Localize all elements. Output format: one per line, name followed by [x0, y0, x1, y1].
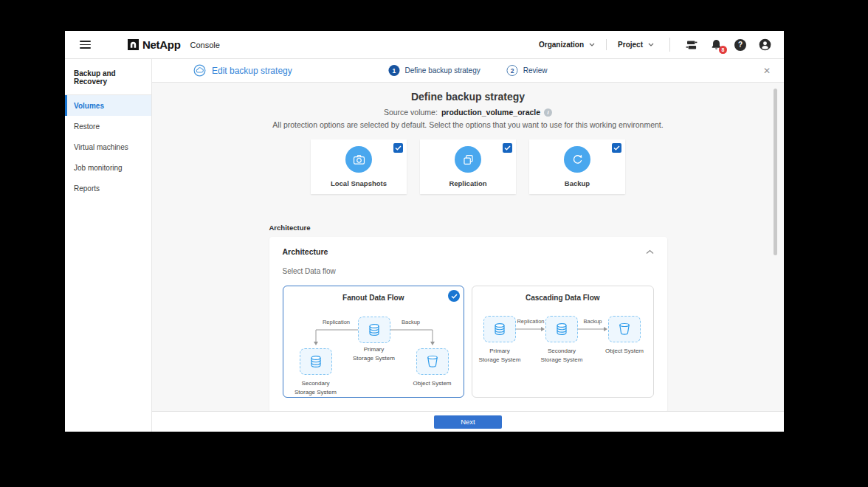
select-data-flow-label: Select Data flow [283, 267, 654, 275]
top-header: NetApp Console Organization Project [65, 31, 784, 59]
main-area: Edit backup strategy 1 Define backup str… [152, 59, 784, 432]
page-title: Define backup strategy [411, 91, 525, 103]
notification-badge: 8 [719, 46, 727, 54]
netapp-console-window: NetApp Console Organization Project [65, 31, 784, 432]
step-number: 1 [388, 65, 399, 76]
wizard-title-group: Edit backup strategy [152, 64, 292, 77]
sidebar: Backup and Recovery Volumes Restore Virt… [65, 59, 152, 432]
refresh-icon [564, 146, 590, 173]
sidebar-item-label: Restore [74, 122, 100, 131]
netapp-logo-mark [128, 39, 139, 50]
backup-cloud-icon [193, 64, 206, 77]
option-label: Local Snapshots [331, 179, 387, 187]
wizard-footer: Next [152, 411, 784, 432]
close-icon[interactable]: ✕ [763, 66, 771, 76]
architecture-section: Architecture Architecture Select Data fl… [269, 224, 667, 411]
sidebar-item-label: Volumes [74, 102, 104, 110]
option-label: Backup [565, 179, 590, 187]
copy-icon [455, 146, 481, 173]
protection-options: Local Snapshots Replication [311, 139, 625, 194]
step-label: Review [523, 66, 548, 75]
object-storage-node [416, 348, 449, 375]
data-flow-options: Fanout Data Flow Replication Backup [283, 286, 654, 398]
notifications-bell-icon[interactable]: 8 [709, 38, 723, 52]
primary-storage-node [483, 316, 516, 342]
project-label: Project [618, 41, 643, 49]
sidebar-item-label: Reports [74, 184, 100, 193]
node-label: Primary [341, 346, 407, 353]
flow-card-fanout[interactable]: Fanout Data Flow Replication Backup [283, 286, 465, 398]
organization-dropdown[interactable]: Organization [537, 38, 596, 52]
header-actions: Organization Project [537, 38, 772, 52]
node-label: Secondary [528, 348, 595, 354]
node-label: Storage System [341, 355, 407, 362]
secondary-storage-node [545, 316, 578, 342]
step-review[interactable]: 2 Review [507, 65, 548, 76]
primary-storage-node [358, 317, 390, 343]
architecture-card-title: Architecture [283, 247, 328, 256]
project-dropdown[interactable]: Project [616, 38, 655, 52]
option-card-replication[interactable]: Replication [420, 139, 516, 194]
wizard-bar: Edit backup strategy 1 Define backup str… [152, 59, 784, 83]
sidebar-item-restore[interactable]: Restore [65, 116, 151, 137]
chevron-down-icon [589, 43, 595, 46]
edge-label-replication: Replication [307, 319, 366, 325]
connector-icon[interactable] [684, 38, 699, 52]
sidebar-item-volumes[interactable]: Volumes [65, 95, 151, 116]
edge-label-backup: Backup [382, 319, 441, 325]
camera-icon [345, 146, 372, 173]
option-card-local-snapshots[interactable]: Local Snapshots [311, 139, 407, 194]
bucket-icon [424, 353, 441, 370]
brand-name: NetApp [142, 38, 181, 51]
node-label: Storage System [472, 356, 527, 363]
architecture-section-label: Architecture [269, 224, 667, 232]
scrollbar-thumb[interactable] [774, 89, 777, 255]
info-icon[interactable]: i [544, 108, 552, 117]
secondary-storage-node [300, 348, 332, 375]
architecture-card: Architecture Select Data flow [269, 237, 667, 411]
database-icon [554, 321, 570, 337]
help-icon[interactable]: ? [733, 38, 748, 52]
flow-card-cascading[interactable]: Cascading Data Flow Replication Backup [472, 286, 654, 398]
sidebar-item-job-monitoring[interactable]: Job monitoring [65, 157, 151, 178]
netapp-logo: NetApp [128, 38, 181, 51]
chevron-up-icon[interactable] [646, 249, 654, 255]
checkbox-checked-icon[interactable] [503, 143, 512, 153]
option-label: Replication [449, 179, 486, 187]
cascading-arrows [472, 286, 655, 398]
sidebar-title: Backup and Recovery [65, 59, 151, 94]
chevron-down-icon [648, 43, 654, 46]
intro-text: All protection options are selected by d… [272, 120, 663, 129]
user-avatar-icon[interactable] [757, 38, 772, 52]
sidebar-item-virtual-machines[interactable]: Virtual machines [65, 137, 151, 157]
bucket-icon [616, 321, 633, 337]
divider [669, 38, 670, 52]
node-label: Object System [399, 380, 466, 387]
divider [606, 39, 607, 50]
database-icon [366, 322, 382, 338]
wizard-content: Define backup strategy Source volume: pr… [152, 83, 784, 411]
source-volume-line: Source volume: production_volume_oracle … [384, 108, 552, 117]
checkbox-checked-icon[interactable] [393, 143, 403, 153]
object-storage-node [608, 316, 641, 342]
node-label: Primary [472, 348, 527, 354]
app-name: Console [190, 41, 220, 49]
node-label: Secondary [283, 380, 348, 387]
node-label: Object System [591, 348, 658, 354]
sidebar-item-reports[interactable]: Reports [65, 178, 151, 198]
step-define-backup-strategy[interactable]: 1 Define backup strategy [388, 65, 480, 76]
option-card-backup[interactable]: Backup [529, 139, 625, 194]
source-volume-value: production_volume_oracle [441, 108, 540, 117]
database-icon [492, 321, 508, 337]
sidebar-item-label: Virtual machines [74, 143, 128, 151]
next-button[interactable]: Next [434, 415, 502, 429]
wizard-title: Edit backup strategy [212, 66, 292, 76]
step-number: 2 [507, 65, 518, 76]
step-label: Define backup strategy [404, 66, 480, 75]
menu-icon[interactable] [80, 41, 91, 49]
database-icon [308, 353, 324, 370]
node-label: Storage System [528, 356, 595, 363]
organization-label: Organization [539, 41, 584, 49]
checkbox-checked-icon[interactable] [612, 143, 621, 153]
sidebar-item-label: Job monitoring [74, 164, 123, 172]
